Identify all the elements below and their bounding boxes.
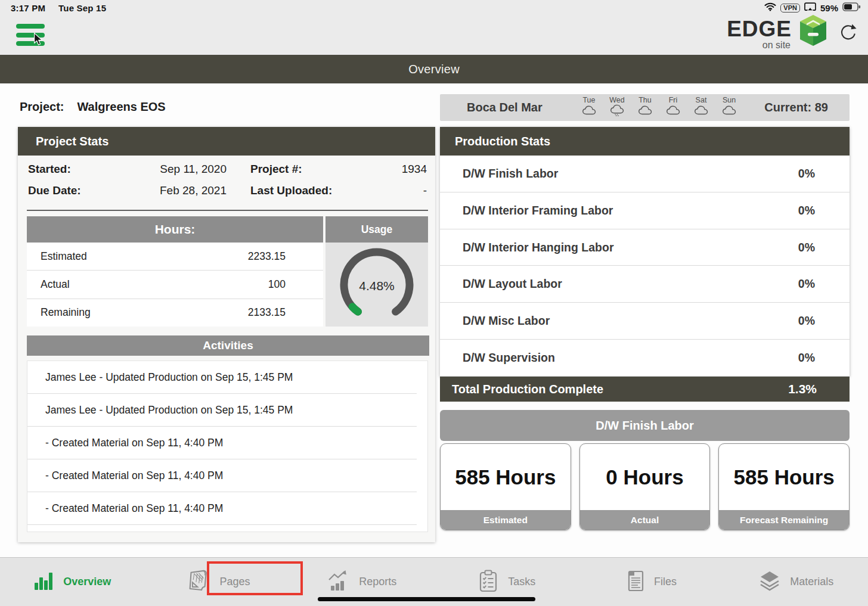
field-value: 1934	[364, 163, 427, 176]
tab-label: Reports	[359, 576, 396, 588]
weather-day: Tue	[577, 97, 601, 119]
project-header: Project:Walgreens EOS	[20, 100, 166, 114]
production-row[interactable]: D/W Interior Hanging Labor 0%	[440, 229, 850, 266]
weather-day: Fri	[661, 97, 685, 119]
cloud-icon	[665, 104, 681, 119]
page-title-bar: Overview	[0, 55, 868, 83]
total-production-label: Total Production Complete	[440, 383, 603, 396]
stat-card-label: Estimated	[441, 510, 571, 530]
production-row[interactable]: D/W Layout Labor 0%	[440, 266, 850, 303]
production-stats-panel: Production Stats D/W Finish Labor 0% D/W…	[440, 127, 850, 377]
activity-item: - Created Material on Sep 11, 4:40 PM	[27, 459, 417, 492]
hours-table: Hours: Estimated 2233.15 Actual 100 Rema…	[27, 216, 323, 327]
project-label: Project:	[20, 100, 64, 113]
stat-card-label: Forecast Remaining	[719, 510, 849, 530]
hours-row-label: Remaining	[27, 306, 91, 319]
hours-row: Actual 100	[27, 271, 323, 299]
tab-label: Tasks	[508, 576, 535, 588]
top-chrome: 3:17 PMTue Sep 15 VPN	[0, 0, 868, 55]
hours-row: Remaining 2133.15	[27, 299, 323, 327]
weather-day: Wed	[605, 97, 629, 119]
production-row[interactable]: D/W Misc Labor 0%	[440, 303, 850, 340]
stat-card-value: 0 Hours	[580, 444, 710, 510]
project-stats-fields: Started: Sep 11, 2020 Project #: 1934 Du…	[28, 161, 427, 199]
hours-row-label: Actual	[27, 278, 70, 291]
production-row[interactable]: D/W Interior Framing Labor 0%	[440, 192, 850, 229]
cloud-icon	[637, 104, 653, 119]
hours-row-label: Estimated	[27, 250, 87, 263]
production-row-value: 0%	[798, 351, 850, 365]
usage-header: Usage	[326, 216, 428, 243]
mouse-cursor	[33, 33, 44, 49]
production-row-label: D/W Interior Hanging Labor	[440, 241, 614, 254]
field-label: Due Date:	[28, 182, 155, 199]
hours-row: Estimated 2233.15	[27, 243, 323, 271]
files-document-icon	[625, 570, 646, 595]
production-row-value: 0%	[798, 204, 850, 217]
day-label: Fri	[669, 97, 678, 104]
field-value: Sep 11, 2020	[155, 163, 227, 176]
home-indicator[interactable]	[318, 597, 535, 601]
weather-days: Tue Wed Thu Fri Sat Sun	[577, 97, 741, 119]
field-label: Last Uploaded:	[250, 182, 364, 199]
tab-overview[interactable]: Overview	[0, 558, 145, 606]
refresh-button[interactable]	[839, 23, 857, 45]
total-production-value: 1.3%	[788, 382, 850, 396]
day-label: Thu	[638, 97, 652, 104]
day-label: Sat	[696, 97, 707, 104]
hours-row-value: 2133.15	[248, 306, 323, 319]
tab-label: Materials	[790, 576, 833, 588]
page-title: Overview	[408, 63, 460, 76]
field-value: -	[364, 184, 427, 197]
pages-tab-highlight-box	[207, 561, 303, 595]
battery-icon	[842, 2, 861, 14]
usage-percent: 4.48%	[359, 279, 395, 293]
tasks-clipboard-icon	[477, 570, 500, 595]
weather-current-temp: Current: 89	[764, 101, 828, 114]
activities-list[interactable]: James Lee - Updated Production on Sep 15…	[27, 361, 428, 532]
tab-files[interactable]: Files	[579, 558, 724, 606]
field-value: Feb 28, 2021	[155, 184, 227, 197]
status-date: Tue Sep 15	[58, 3, 106, 13]
day-label: Tue	[582, 97, 595, 104]
stat-card-actual: 0 Hours Actual	[579, 443, 711, 530]
stat-card-label: Actual	[580, 510, 710, 530]
screen-mirroring-icon	[804, 2, 816, 14]
production-stats-rows: D/W Finish Labor 0% D/W Interior Framing…	[440, 156, 850, 377]
activity-item: - Created Material on Sep 11, 4:40 PM	[27, 427, 417, 459]
weather-bar: Boca Del Mar Tue Wed Thu Fri Sat	[440, 94, 850, 121]
activity-item: James Lee - Updated Production on Sep 15…	[27, 361, 417, 394]
production-row-label: D/W Misc Labor	[440, 314, 550, 328]
production-row[interactable]: D/W Supervision 0%	[440, 340, 850, 377]
weather-day: Sun	[717, 97, 741, 119]
production-row-value: 0%	[798, 277, 850, 291]
usage-gauge: 4.48%	[326, 243, 428, 327]
edge-cube-icon	[799, 14, 827, 49]
project-stats-header: Project Stats	[18, 127, 435, 156]
production-stats-header: Production Stats	[440, 127, 850, 156]
production-row-label: D/W Interior Framing Labor	[440, 204, 613, 217]
overview-barchart-icon	[33, 571, 55, 593]
cloud-drizzle-icon	[609, 104, 625, 119]
production-row-value: 0%	[798, 314, 850, 328]
tab-materials[interactable]: Materials	[723, 558, 868, 606]
project-stats-panel: Project Stats Started: Sep 11, 2020 Proj…	[18, 127, 435, 542]
project-name: Walgreens EOS	[77, 100, 165, 113]
production-row[interactable]: D/W Finish Labor 0%	[440, 156, 850, 192]
finish-labor-cards: 585 Hours Estimated 0 Hours Actual 585 H…	[440, 443, 850, 530]
field-label: Started:	[28, 161, 155, 178]
production-row-label: D/W Finish Labor	[440, 167, 558, 181]
hours-header: Hours:	[27, 216, 323, 243]
status-bar: 3:17 PMTue Sep 15 VPN	[0, 0, 868, 17]
divider	[27, 210, 428, 211]
weather-day: Sat	[689, 97, 713, 119]
production-row-label: D/W Layout Labor	[440, 277, 562, 291]
activity-item: - Created Material on Sep 11, 4:40 PM	[27, 492, 417, 525]
vpn-badge: VPN	[780, 4, 800, 13]
usage-gauge-section: Usage 4.48%	[326, 216, 428, 327]
materials-layers-icon	[758, 570, 782, 594]
total-production-bar: Total Production Complete 1.3%	[440, 377, 850, 402]
stat-card-forecast-remaining: 585 Hours Forecast Remaining	[718, 443, 850, 530]
wifi-icon	[764, 2, 776, 14]
production-row-value: 0%	[798, 241, 850, 254]
